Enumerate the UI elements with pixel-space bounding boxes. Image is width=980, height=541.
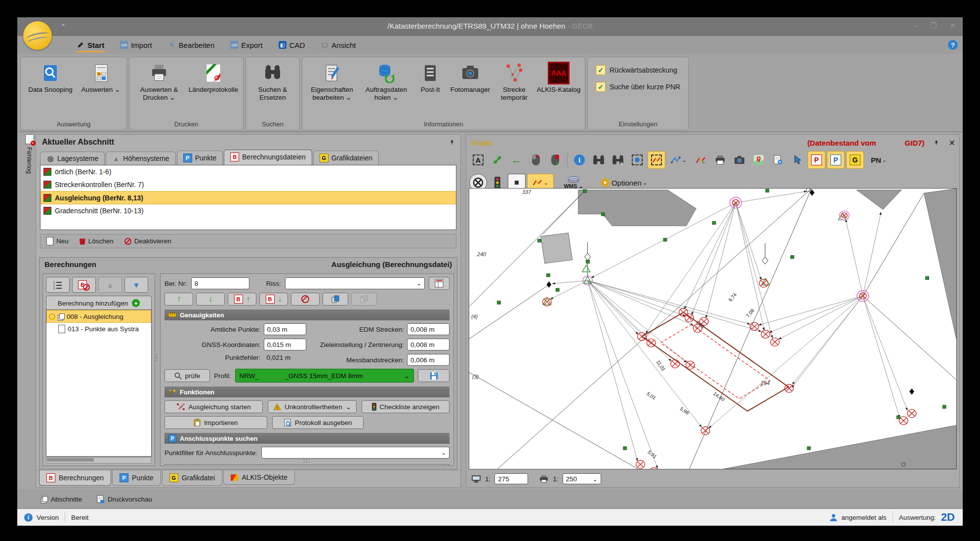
- tab-ansicht[interactable]: 🖵 Ansicht: [315, 38, 362, 52]
- postit-button[interactable]: Post-It: [414, 60, 447, 96]
- version-button[interactable]: i Version: [17, 513, 59, 522]
- row-down-button[interactable]: ↓: [196, 293, 225, 306]
- gnss-input[interactable]: 0,015 m: [264, 339, 306, 350]
- tab-berechnungen[interactable]: BBerechnungen: [39, 470, 111, 486]
- tab-grafikdatei[interactable]: GGrafikdatei: [162, 470, 223, 486]
- grafik-g-toggle[interactable]: G: [846, 151, 864, 169]
- tab-berechnungsdateien[interactable]: BBerechnungsdateien: [224, 150, 312, 165]
- edm-input[interactable]: 0,008 m: [407, 323, 449, 335]
- berechnung-hinzufuegen-button[interactable]: Berechnung hinzufügen+: [46, 296, 152, 310]
- pruefe-button[interactable]: prüfe: [164, 369, 210, 382]
- tab-start[interactable]: 🖉 Start: [71, 38, 110, 52]
- tab-punkte[interactable]: PPunkte: [177, 151, 223, 165]
- ausgleichung-starten-button[interactable]: Ausgleichung starten: [164, 400, 263, 413]
- list-item[interactable]: Gradenschnitt (BerNr. 10-13): [41, 204, 456, 217]
- col-xeingabe[interactable]: XEingabe: [294, 465, 330, 466]
- maps-button[interactable]: [750, 151, 768, 169]
- pin-icon[interactable]: 🖈: [934, 139, 940, 147]
- tab-lagesysteme[interactable]: ◎Lagesysteme: [40, 152, 105, 165]
- auswerten-drucken-button[interactable]: Auswerten & Drucken ⌄: [132, 60, 186, 103]
- table-vertical-scrollbar[interactable]: [443, 465, 449, 466]
- messband-input[interactable]: 0,006 m: [407, 354, 449, 366]
- loeschen-button[interactable]: Löschen: [80, 237, 114, 245]
- list-item-selected[interactable]: Ausgleichung (BerNr. 8,13): [41, 191, 456, 204]
- abschnitte-button[interactable]: Abschnitte: [41, 496, 82, 503]
- print-graphic-button[interactable]: [711, 151, 729, 169]
- auftragsdaten-button[interactable]: Auftragsdaten holen ⌄: [360, 60, 413, 103]
- suche-kurze-pnr-checkbox[interactable]: ✓ Suche über kurze PNR: [596, 82, 680, 92]
- select-point-button[interactable]: [628, 151, 646, 169]
- riss-dropdown[interactable]: ⌄: [285, 277, 425, 289]
- list-item[interactable]: örtlich (BerNr. 1-6): [41, 165, 456, 178]
- tab-punkte-bottom[interactable]: PPunkte: [112, 470, 161, 486]
- ziel-input[interactable]: 0,008 m: [407, 339, 449, 350]
- move-up-button[interactable]: ▲: [98, 277, 122, 293]
- add-line-button[interactable]: +: [692, 151, 710, 169]
- tab-export[interactable]: GR Export: [224, 38, 268, 52]
- mouse-pan-button[interactable]: [527, 151, 545, 169]
- auswertung-mode[interactable]: 2D: [941, 511, 955, 524]
- col-zeingabe[interactable]: ZEingabe: [330, 465, 362, 466]
- tab-grafikdateien[interactable]: GGrafikdateien: [313, 151, 379, 165]
- punktfilter-dropdown[interactable]: ⌄: [261, 447, 449, 459]
- paste-button[interactable]: [351, 293, 377, 306]
- cursor-button[interactable]: [788, 151, 806, 169]
- screen-scale-input[interactable]: 275: [494, 473, 528, 484]
- neu-button[interactable]: Neu: [46, 237, 69, 245]
- mouse-select-button[interactable]: +: [546, 151, 564, 169]
- alkis-katalog-button[interactable]: AAA ALKIS-Katalog: [535, 60, 582, 96]
- col-yeingabe[interactable]: YEingabe: [257, 465, 293, 466]
- search-next-button[interactable]: s: [609, 151, 627, 169]
- druckvorschau-button[interactable]: Druckvorschau: [97, 495, 152, 503]
- zoom-window-button[interactable]: [489, 151, 506, 169]
- doc-settings-button[interactable]: [769, 151, 787, 169]
- splitter-handle[interactable]: ∶∶∶: [161, 459, 453, 464]
- tree-item-008[interactable]: 008 - Ausgleichung: [46, 310, 151, 323]
- suchen-ersetzen-button[interactable]: Suchen & Ersetzen: [249, 60, 296, 103]
- disable-row-button[interactable]: [291, 293, 320, 306]
- col-lage[interactable]: Lage: [178, 465, 199, 466]
- tab-cad[interactable]: ◧ CAD: [273, 38, 311, 52]
- auswerten-button[interactable]: +− Auswerten ⌄: [78, 60, 123, 96]
- ber-nr-input[interactable]: 8: [191, 277, 249, 289]
- data-snooping-button[interactable]: Data Snooping: [24, 60, 77, 96]
- tree-item-013[interactable]: 013 - Punkte aus Systra: [46, 323, 151, 335]
- calc-down-button[interactable]: B↓: [259, 293, 288, 306]
- list-item[interactable]: Streckenkontrollen (BerNr. 7): [41, 178, 456, 191]
- logged-in-label[interactable]: angemeldet als: [841, 514, 887, 521]
- punkt-red-toggle[interactable]: P: [808, 151, 825, 169]
- save-profile-button[interactable]: [418, 369, 449, 382]
- fehlerlog-tab[interactable]: Fehlerlog: [23, 134, 36, 208]
- measure-dropdown[interactable]: ⌄: [667, 151, 691, 169]
- panel-splitter[interactable]: ∶∶: [155, 355, 159, 361]
- unkontrolliertheiten-dropdown[interactable]: ! Unkontrolliertheiten⌄: [268, 400, 357, 413]
- calc-up-button[interactable]: B↑: [228, 293, 256, 306]
- tree-horizontal-scrollbar[interactable]: [46, 457, 152, 464]
- maximize-button[interactable]: ❐: [930, 21, 937, 30]
- tab-hoehensysteme[interactable]: ▲Höhensysteme: [106, 152, 175, 165]
- numbered-list-button[interactable]: 123: [46, 277, 70, 293]
- tab-bearbeiten[interactable]: ✎ Bearbeiten: [162, 38, 221, 52]
- col-pnr[interactable]: PNR: [199, 465, 257, 466]
- eigenschaften-button[interactable]: Eigenschaften bearbeiten ⌄: [305, 60, 359, 103]
- info-button[interactable]: i: [571, 151, 588, 169]
- map-canvas[interactable]: 337 240 254 (4) (3) 6,74 7,08 11,01 14,6…: [469, 188, 957, 469]
- zoom-back-button[interactable]: ←: [508, 151, 526, 169]
- checkliste-anzeigen-button[interactable]: Checkliste anzeigen: [362, 400, 449, 413]
- polyline-select-button[interactable]: [648, 151, 665, 169]
- rueckwaertsabsteckung-checkbox[interactable]: ✓ Rückwärtsabsteckung: [596, 65, 680, 75]
- minimize-button[interactable]: –: [913, 21, 917, 30]
- app-logo[interactable]: [23, 21, 52, 50]
- deaktivieren-button[interactable]: Deaktivieren: [124, 237, 171, 245]
- punkt-blue-toggle[interactable]: P: [827, 151, 845, 169]
- row-up-button[interactable]: ↑: [164, 293, 193, 306]
- laenderprotokolle-button[interactable]: Länderprotokolle: [187, 60, 240, 96]
- snapshot-button[interactable]: [731, 151, 748, 169]
- riss-editor-button[interactable]: [429, 277, 449, 290]
- close-button[interactable]: ✕: [949, 21, 956, 30]
- protokoll-ausgeben-button[interactable]: Protokoll ausgeben: [272, 416, 364, 429]
- amtliche-input[interactable]: 0,03 m: [264, 323, 306, 335]
- tab-import[interactable]: GR Import: [114, 38, 158, 52]
- strecke-temporaer-button[interactable]: Strecke temporär: [494, 60, 534, 103]
- col-ausgleichung[interactable]: Ausgleichung...: [362, 465, 409, 466]
